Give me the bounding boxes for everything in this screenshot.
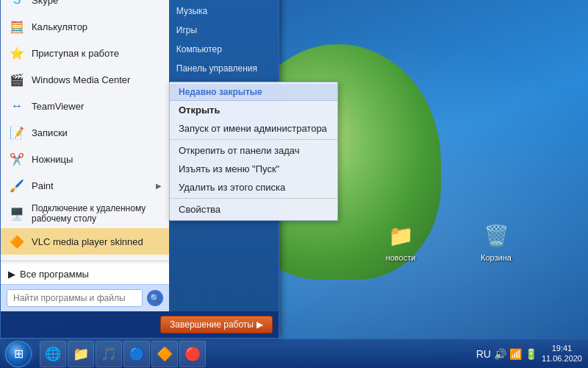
context-menu: Недавно закрытые Открыть Запуск от имени… [169,82,338,221]
rdp-icon: 🖥️ [8,205,26,222]
ctx-item-properties[interactable]: Свойства [170,200,337,219]
start-menu-left: 🌐 Google Chrome ▶ S Skype 🧮 Калькулятор … [1,0,169,311]
context-menu-header: Недавно закрытые [170,84,337,101]
search-input[interactable] [7,289,143,307]
right-item-music[interactable]: Музыка [169,1,279,21]
taskbar-item-opera[interactable]: 🔴 [179,341,206,367]
start-menu-items: 🌐 Google Chrome ▶ S Skype 🧮 Калькулятор … [1,0,169,258]
taskbar-item-chrome[interactable]: 🔵 [123,341,150,367]
menu-item-rdp[interactable]: 🖥️ Подключение к удаленному рабочему сто… [1,199,169,228]
network-icon[interactable]: 📶 [509,348,522,360]
lang-icon: RU [476,348,491,360]
menu-item-calculator[interactable]: 🧮 Калькулятор [1,13,169,40]
search-button[interactable]: 🔍 [147,290,163,306]
ctx-item-run-admin[interactable]: Запуск от имени администратора [170,119,337,138]
novosti-icon: 📁 [386,221,415,250]
shutdown-arrow-icon: ▶ [257,319,263,330]
right-item-control[interactable]: Панель управления [169,59,279,78]
ctx-divider-1 [170,139,337,140]
ctx-item-open[interactable]: Открыть [170,101,337,119]
menu-item-notes[interactable]: 📝 Записки [1,119,169,146]
clock-date: 11.06.2020 [542,354,582,364]
chrome-tb-icon: 🔵 [129,346,145,362]
opera-tb-icon: 🔴 [184,346,201,362]
all-programs-arrow: ▶ [8,269,15,280]
taskbar-item-explorer[interactable]: 📁 [68,341,94,367]
search-bar: 🔍 [1,284,169,311]
menu-divider [1,261,169,261]
clock-time: 19:41 [552,344,573,353]
ctx-divider-2 [170,198,337,199]
taskbar-item-ie[interactable]: 🌐 [40,341,66,367]
paint-arrow-icon: ▶ [156,182,162,190]
menu-item-skype[interactable]: S Skype [1,0,169,13]
shutdown-button[interactable]: Завершение работы ▶ [160,316,273,333]
menu-item-wmcenter[interactable]: 🎬 Windows Media Center [1,66,169,93]
notes-icon: 📝 [8,124,26,141]
novosti-label: новости [386,253,416,263]
desktop-icon-novosti[interactable]: 📁 новости [375,221,426,263]
menu-item-scissors[interactable]: ✂️ Ножницы [1,146,169,172]
vlc-tb-icon: 🔶 [157,346,173,362]
skype-icon: S [8,0,26,9]
scissors-icon: ✂️ [8,150,26,168]
menu-item-teamviewer[interactable]: ↔ TeamViewer [1,93,169,119]
start-button[interactable]: ⊞ [0,339,37,369]
start-orb: ⊞ [5,341,32,367]
taskbar: ⊞ 🌐 📁 🎵 🔵 🔶 🔴 RU 🔊 [0,339,588,368]
taskbar-right: RU 🔊 📶 🔋 19:41 11.06.2020 [470,339,588,368]
menu-item-paint[interactable]: 🖌️ Paint ▶ [1,172,169,199]
desktop: 🖥️ Компьютер 📁 новости 🗑️ Корзина 🌐 Goog… [0,0,588,368]
taskbar-item-mediaplayer[interactable]: 🎵 [96,341,122,367]
battery-icon: 🔋 [525,348,537,360]
mediaplayer-icon: 🎵 [101,346,117,362]
calculator-icon: 🧮 [8,18,26,35]
taskbar-items: 🌐 📁 🎵 🔵 🔶 🔴 [37,339,470,368]
right-item-computer[interactable]: Компьютер [169,40,279,59]
vlc-icon: 🔶 [8,233,26,250]
ctx-item-remove-start[interactable]: Изъять из меню "Пуск" [170,160,337,178]
ctx-item-unpin-taskbar[interactable]: Открепить от панели задач [170,141,337,160]
explorer-icon: 📁 [73,346,89,362]
work-icon: ⭐ [8,44,26,62]
shutdown-row: Завершение работы ▶ [1,311,279,338]
all-programs-item[interactable]: ▶ Все программы [1,264,169,284]
ctx-item-delete-list[interactable]: Удалить из этого списка [170,178,337,197]
korzina-icon: 🗑️ [481,221,511,250]
right-item-games[interactable]: Игры [169,21,279,40]
menu-item-work[interactable]: ⭐ Приступая к работе [1,40,169,66]
volume-icon[interactable]: 🔊 [494,348,506,360]
clock[interactable]: 19:41 11.06.2020 [542,344,582,363]
wmcenter-icon: 🎬 [8,71,26,88]
taskbar-item-vlc[interactable]: 🔶 [151,341,178,367]
ie-icon: 🌐 [45,346,61,362]
desktop-icon-korzina[interactable]: 🗑️ Корзина [470,221,522,263]
paint-icon: 🖌️ [8,177,26,194]
tray-icons: RU 🔊 📶 🔋 [476,348,537,360]
menu-item-vlc[interactable]: 🔶 VLC media player skinned [1,228,169,255]
teamviewer-icon: ↔ [8,97,26,115]
korzina-label: Корзина [481,253,512,263]
